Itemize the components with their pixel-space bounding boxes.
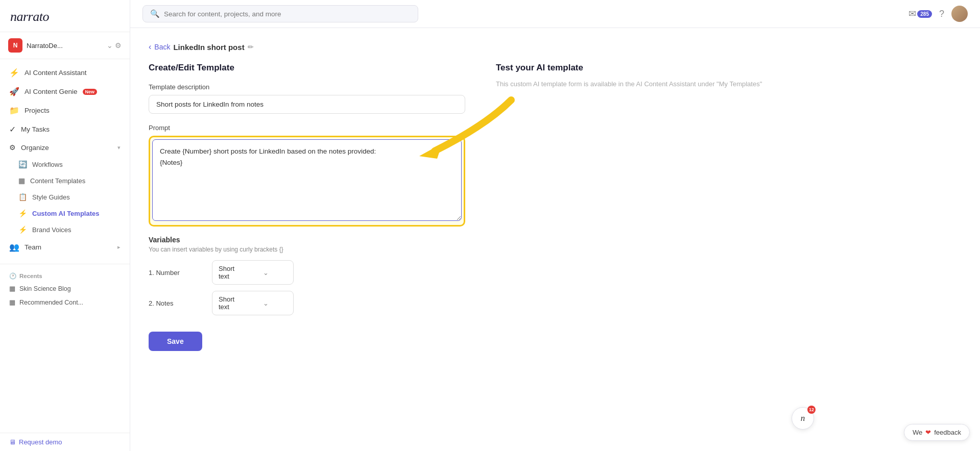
- we-label: We: [913, 429, 922, 436]
- sub-nav-label: Workflows: [32, 161, 63, 168]
- variable-row-number: 1. Number Short text ⌄: [149, 260, 465, 285]
- sidebar-item-workflows[interactable]: 🔄 Workflows: [0, 156, 130, 172]
- workspace-avatar: N: [8, 38, 22, 53]
- svg-marker-0: [419, 143, 442, 159]
- workflow-icon: 🔄: [18, 160, 27, 168]
- back-label: Back: [154, 43, 170, 51]
- search-icon: 🔍: [150, 9, 160, 18]
- doc-icon: ▦: [9, 285, 15, 292]
- sidebar-item-brand-voices[interactable]: ⚡ Brand Voices: [0, 221, 130, 238]
- sidebar-item-ai-content-genie[interactable]: 🚀 AI Content Genie New: [0, 82, 130, 101]
- chevron-down-icon: ⌄: [263, 269, 287, 277]
- content-area: ‹ Back LinkedIn short post ✏ Create/Edit…: [130, 28, 980, 451]
- sidebar-item-my-tasks[interactable]: ✓ My Tasks: [0, 120, 130, 139]
- folder-icon: 📁: [9, 106, 19, 115]
- notif-count-badge: 12: [807, 406, 816, 414]
- lightning-icon: ⚡: [9, 68, 19, 78]
- monitor-icon: 🖥: [9, 438, 16, 446]
- recents-item-skin-science[interactable]: ▦ Skin Science Blog: [9, 282, 121, 295]
- chevron-down-icon: ▾: [117, 144, 121, 151]
- right-column: Test your AI template This custom AI tem…: [486, 63, 962, 351]
- breadcrumb[interactable]: ‹ Back LinkedIn short post ✏: [149, 42, 962, 52]
- request-demo-button[interactable]: 🖥 Request demo: [9, 438, 121, 446]
- sidebar-item-ai-content-assistant[interactable]: ⚡ AI Content Assistant: [0, 63, 130, 82]
- variable-type-select-number[interactable]: Short text ⌄: [212, 260, 294, 285]
- test-section-desc: This custom AI template form is availabl…: [496, 79, 962, 90]
- template-icon: ▦: [18, 177, 25, 185]
- arrow-annotation: [496, 90, 962, 192]
- main-area: 🔍 ✉ 285 ? ‹ Back LinkedIn short post ✏: [130, 0, 980, 451]
- heart-icon: ❤: [925, 429, 931, 436]
- divider: [0, 264, 130, 264]
- mail-icon: ✉: [909, 8, 916, 19]
- feedback-label: feedback: [934, 429, 961, 436]
- sidebar-item-content-templates[interactable]: ▦ Content Templates: [0, 172, 130, 189]
- rocket-icon: 🚀: [9, 87, 19, 96]
- variable-type-value: Short text: [219, 295, 243, 311]
- variable-type-value: Short text: [219, 265, 243, 280]
- sidebar-item-team[interactable]: 👥 Team ▸: [0, 238, 130, 257]
- lightning-icon: ⚡: [18, 225, 27, 234]
- workspace-name: NarratoDe...: [27, 42, 103, 49]
- variable-row-notes: 2. Notes Short text ⌄: [149, 291, 465, 315]
- search-bar[interactable]: 🔍: [142, 5, 418, 22]
- variables-hint: You can insert variables by using curly …: [149, 246, 465, 253]
- sidebar-item-label: My Tasks: [21, 126, 50, 133]
- chevron-down-icon[interactable]: ⌄: [107, 41, 113, 49]
- team-icon: 👥: [9, 242, 19, 252]
- recents-section: 🕐 Recents ▦ Skin Science Blog ▦ Recommen…: [0, 267, 130, 312]
- form-title: Create/Edit Template: [149, 63, 465, 73]
- chevron-down-icon: ⌄: [263, 299, 287, 307]
- sub-nav-label: Brand Voices: [32, 226, 71, 234]
- sub-nav-label: Style Guides: [32, 193, 70, 201]
- user-avatar[interactable]: [951, 6, 968, 22]
- variable-label-notes: 2. Notes: [149, 299, 205, 307]
- style-icon: 📋: [18, 193, 27, 201]
- mail-notif[interactable]: ✉ 285: [909, 8, 932, 19]
- new-badge: New: [83, 89, 98, 95]
- search-input[interactable]: [164, 10, 411, 18]
- sub-nav-label: Custom AI Templates: [32, 210, 99, 217]
- sub-nav-label: Content Templates: [30, 177, 85, 185]
- yellow-arrow-svg: [394, 85, 527, 177]
- current-page-label: LinkedIn short post: [173, 43, 244, 52]
- narrato-logo-small: n: [801, 413, 805, 423]
- topbar: 🔍 ✉ 285 ?: [130, 0, 980, 28]
- doc-icon: ▦: [9, 298, 15, 306]
- sidebar-bottom: 🖥 Request demo: [0, 433, 130, 451]
- clock-icon: 🕐: [9, 272, 16, 280]
- sidebar-item-style-guides[interactable]: 📋 Style Guides: [0, 189, 130, 205]
- gear-icon[interactable]: ⚙: [115, 41, 122, 49]
- sidebar-item-custom-ai-templates[interactable]: ⚡ Custom AI Templates: [0, 205, 130, 221]
- sidebar-item-projects[interactable]: 📁 Projects: [0, 101, 130, 120]
- notif-circle-button[interactable]: n 12: [792, 407, 814, 430]
- lightning-icon: ⚡: [18, 209, 27, 217]
- app-logo: narrato: [10, 9, 49, 24]
- test-section-title: Test your AI template: [496, 63, 962, 73]
- mail-badge: 285: [917, 10, 932, 18]
- edit-icon[interactable]: ✏: [248, 43, 254, 51]
- feedback-button[interactable]: We ❤ feedback: [904, 424, 970, 441]
- sidebar-item-label: AI Content Genie: [25, 88, 78, 95]
- sidebar-item-label: Organize: [21, 144, 49, 152]
- recents-item-recommended[interactable]: ▦ Recommended Cont...: [9, 295, 121, 309]
- workspace-row[interactable]: N NarratoDe... ⌄ ⚙: [0, 32, 130, 59]
- avatar-image: [951, 6, 968, 22]
- topbar-right: ✉ 285 ?: [909, 6, 968, 22]
- sidebar-item-organize[interactable]: ⚙ Organize ▾: [0, 139, 130, 156]
- gear-icon: ⚙: [9, 143, 16, 152]
- chevron-right-icon: ▸: [117, 244, 121, 250]
- sidebar-nav: ⚡ AI Content Assistant 🚀 AI Content Geni…: [0, 59, 130, 261]
- sidebar-item-label: Team: [25, 243, 41, 251]
- save-button[interactable]: Save: [149, 332, 202, 351]
- sidebar-item-label: Projects: [25, 107, 50, 114]
- variable-type-select-notes[interactable]: Short text ⌄: [212, 291, 294, 315]
- variable-label-number: 1. Number: [149, 269, 205, 277]
- sub-nav: 🔄 Workflows ▦ Content Templates 📋 Style …: [0, 156, 130, 238]
- sidebar: narrato N NarratoDe... ⌄ ⚙ ⚡ AI Content …: [0, 0, 130, 451]
- help-icon[interactable]: ?: [939, 9, 944, 19]
- variables-title: Variables: [149, 236, 465, 244]
- two-col-layout: Create/Edit Template Template descriptio…: [149, 63, 962, 351]
- check-icon: ✓: [9, 124, 16, 134]
- main-content: ‹ Back LinkedIn short post ✏ Create/Edit…: [130, 28, 980, 451]
